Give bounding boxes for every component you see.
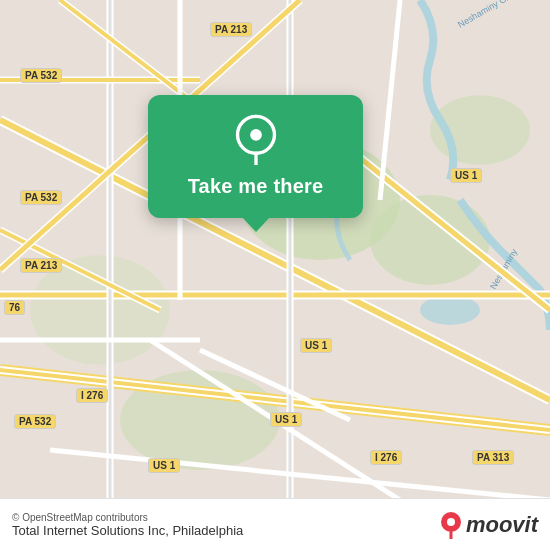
take-me-there-button[interactable]: Take me there xyxy=(188,175,324,198)
road-label-i276-2: I 276 xyxy=(370,450,402,465)
map-container: Neshaminy Creek Neshaminy miny Creek xyxy=(0,0,550,550)
road-label-pa213-1: PA 213 xyxy=(210,22,252,37)
osm-attribution: © OpenStreetMap contributors xyxy=(12,512,243,523)
road-label-pa532-1: PA 532 xyxy=(20,68,62,83)
svg-point-38 xyxy=(250,129,262,141)
road-label-i276-1: I 276 xyxy=(76,388,108,403)
road-label-pa313: PA 313 xyxy=(472,450,514,465)
moovit-brand-text: moovit xyxy=(466,512,538,538)
location-pin-icon xyxy=(230,113,282,165)
road-label-us1-2: US 1 xyxy=(270,412,302,427)
moovit-pin-icon xyxy=(440,511,462,539)
location-label: Total Internet Solutions Inc, Philadelph… xyxy=(12,523,243,538)
road-label-pa213-2: PA 213 xyxy=(20,258,62,273)
road-label-us1-3: US 1 xyxy=(300,338,332,353)
svg-point-40 xyxy=(447,518,455,526)
moovit-logo: moovit xyxy=(440,511,538,539)
road-label-us1-1: US 1 xyxy=(450,168,482,183)
popup-card: Take me there xyxy=(148,95,363,218)
road-label-pa532-3: PA 532 xyxy=(14,414,56,429)
road-label-pa532-2: PA 532 xyxy=(20,190,62,205)
bottom-left: © OpenStreetMap contributors Total Inter… xyxy=(12,512,243,538)
road-label-76: 76 xyxy=(4,300,25,315)
road-label-us1-4: US 1 xyxy=(148,458,180,473)
bottom-bar: © OpenStreetMap contributors Total Inter… xyxy=(0,498,550,550)
